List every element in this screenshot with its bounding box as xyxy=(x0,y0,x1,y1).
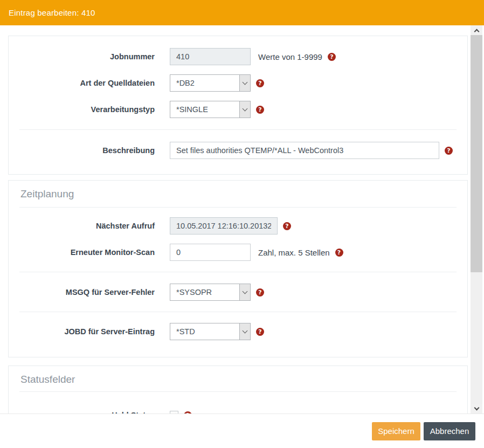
jobnummer-help-icon[interactable]: ? xyxy=(328,53,336,61)
dialog-footer: Speichern Abbrechen xyxy=(0,413,484,448)
verarbeitungstyp-selected-value: *SINGLE xyxy=(170,101,239,118)
quelldateien-select[interactable]: *DB2 xyxy=(170,74,251,92)
verarbeitungstyp-select[interactable]: *SINGLE xyxy=(170,101,251,118)
quelldateien-help-icon[interactable]: ? xyxy=(256,79,264,87)
panel-general: Jobnummer Werte von 1-9999 ? Art der Que… xyxy=(8,36,468,175)
verarbeitungstyp-help-icon[interactable]: ? xyxy=(256,106,264,114)
chevron-down-icon xyxy=(239,75,250,91)
scrollbar-thumb[interactable] xyxy=(471,35,482,272)
divider xyxy=(19,207,457,208)
chevron-down-icon xyxy=(239,284,250,300)
chevron-down-icon xyxy=(239,101,250,118)
zeitplanung-heading: Zeitplanung xyxy=(20,188,455,200)
chevron-down-icon xyxy=(474,405,479,411)
msgq-selected-value: *SYSOPR xyxy=(170,284,239,300)
row-verarbeitungstyp: Verarbeitungstyp *SINGLE ? xyxy=(9,101,467,118)
held-status-help-icon[interactable]: ? xyxy=(184,411,192,414)
row-held-status: Held Status ✓ ? xyxy=(9,406,467,413)
naechster-aufruf-help-icon[interactable]: ? xyxy=(283,222,291,230)
row-msgq: MSGQ für Server-Fehler *SYSOPR ? xyxy=(9,284,467,301)
msgq-label: MSGQ für Server-Fehler xyxy=(9,288,155,297)
cancel-button[interactable]: Abbrechen xyxy=(424,422,475,440)
divider xyxy=(19,129,457,130)
vertical-scrollbar xyxy=(471,25,482,413)
chevron-down-icon xyxy=(239,323,250,340)
panel-zeitplanung: Zeitplanung Nächster Aufruf ? Erneuter M… xyxy=(8,180,468,357)
scroll-up-button[interactable] xyxy=(471,25,482,35)
beschreibung-help-icon[interactable]: ? xyxy=(445,147,453,155)
msgq-help-icon[interactable]: ? xyxy=(256,288,264,297)
quelldateien-label: Art der Quelldateien xyxy=(9,79,155,87)
divider xyxy=(19,391,457,392)
naechster-aufruf-label: Nächster Aufruf xyxy=(9,222,155,230)
naechster-aufruf-input[interactable] xyxy=(170,217,278,235)
quelldateien-selected-value: *DB2 xyxy=(170,75,239,91)
monitor-scan-help-icon[interactable]: ? xyxy=(335,249,343,257)
held-status-checkbox: ✓ xyxy=(170,411,178,413)
monitor-scan-hint: Zahl, max. 5 Stellen xyxy=(258,248,330,257)
edit-entry-dialog: Eintrag bearbeiten: 410 Jobnummer Werte … xyxy=(0,0,484,448)
save-button[interactable]: Speichern xyxy=(372,422,420,440)
verarbeitungstyp-label: Verarbeitungstyp xyxy=(9,105,155,114)
held-status-label: Held Status xyxy=(9,411,155,413)
chevron-up-icon xyxy=(474,29,479,34)
divider xyxy=(19,312,457,312)
beschreibung-input[interactable] xyxy=(170,142,439,159)
msgq-select[interactable]: *SYSOPR xyxy=(170,284,251,301)
panel-statusfelder: Statusfelder Held Status ✓ ? xyxy=(8,366,468,413)
beschreibung-label: Beschreibung xyxy=(9,146,155,155)
jobnummer-hint: Werte von 1-9999 xyxy=(258,52,322,61)
dialog-titlebar: Eintrag bearbeiten: 410 xyxy=(0,0,484,25)
divider xyxy=(19,272,457,272)
row-monitor-scan: Erneuter Monitor-Scan Zahl, max. 5 Stell… xyxy=(9,244,467,261)
scroll-down-button[interactable] xyxy=(471,404,482,413)
row-jobnummer: Jobnummer Werte von 1-9999 ? xyxy=(9,48,467,65)
jobd-selected-value: *STD xyxy=(170,323,239,340)
jobnummer-input[interactable] xyxy=(170,48,251,65)
monitor-scan-label: Erneuter Monitor-Scan xyxy=(9,248,155,257)
row-beschreibung: Beschreibung ? xyxy=(9,142,467,159)
jobnummer-label: Jobnummer xyxy=(9,52,155,61)
row-naechster-aufruf: Nächster Aufruf ? xyxy=(9,217,467,235)
dialog-body: Jobnummer Werte von 1-9999 ? Art der Que… xyxy=(0,25,484,413)
jobd-help-icon[interactable]: ? xyxy=(256,328,264,336)
row-jobd: JOBD für Server-Eintrag *STD ? xyxy=(9,323,467,340)
jobd-label: JOBD für Server-Eintrag xyxy=(9,327,155,336)
row-quelldateien: Art der Quelldateien *DB2 ? xyxy=(9,74,467,92)
dialog-title: Eintrag bearbeiten: 410 xyxy=(9,8,95,17)
monitor-scan-input[interactable] xyxy=(170,244,251,261)
jobd-select[interactable]: *STD xyxy=(170,323,251,340)
statusfelder-heading: Statusfelder xyxy=(20,374,455,385)
